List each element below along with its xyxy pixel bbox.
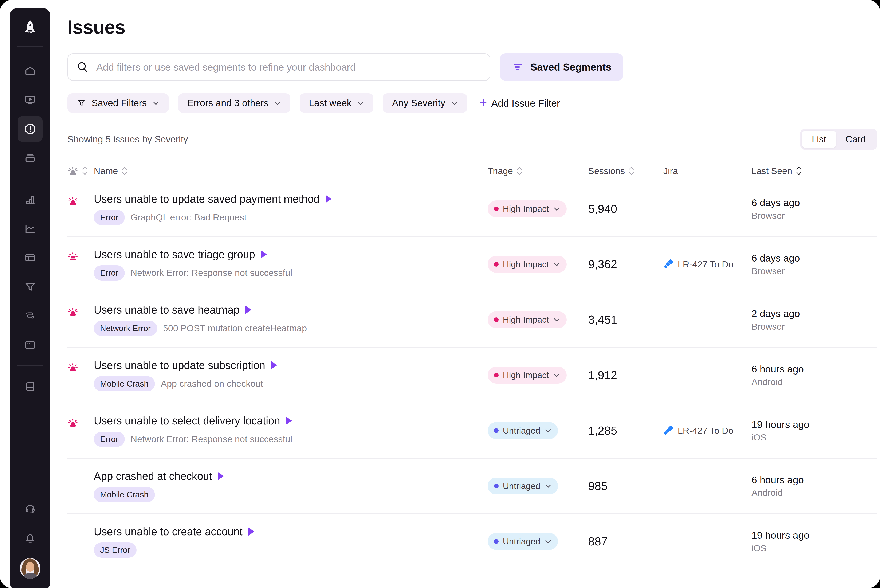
table-row[interactable]: App crashed at checkout Mobile Crash Unt… [67, 459, 877, 514]
issues-table-body: Users unable to update saved payment met… [67, 182, 877, 570]
table-row[interactable]: Users unable to save heatmap Network Err… [67, 292, 877, 348]
triage-cell: Untriaged [488, 478, 588, 494]
sidebar-item-trends[interactable] [18, 216, 43, 242]
issue-name[interactable]: Users unable to save triage group [94, 248, 255, 261]
issue-description: 500 POST mutation createHeatmap [163, 323, 307, 333]
sort-icon[interactable] [122, 166, 127, 176]
severity-cell [67, 528, 94, 539]
table-row[interactable]: Users unable to save triage group Error … [67, 237, 877, 292]
chevron-down-icon [553, 261, 560, 268]
sort-icon[interactable] [517, 166, 522, 176]
chevron-down-icon [544, 538, 552, 545]
play-session-icon[interactable] [245, 305, 252, 315]
sidebar-item-home[interactable] [18, 58, 43, 84]
severity-siren-icon [67, 166, 78, 177]
sidebar-item-support[interactable] [18, 496, 43, 522]
last-seen-time: 2 days ago [751, 308, 877, 319]
issue-name[interactable]: Users unable to create account [94, 525, 243, 538]
last-seen-cell: 19 hours ago iOS [751, 530, 877, 554]
table-row[interactable]: Users unable to update subscription Mobi… [67, 348, 877, 403]
play-session-icon[interactable] [260, 250, 268, 259]
play-session-icon[interactable] [247, 527, 255, 536]
search-input[interactable] [96, 62, 482, 73]
last-seen-time: 19 hours ago [751, 418, 877, 430]
chip-date-range[interactable]: Last week [300, 93, 373, 113]
segments-filter-icon [512, 61, 524, 73]
sort-icon-active[interactable] [796, 166, 802, 176]
search-bar[interactable] [67, 53, 490, 81]
column-header-severity[interactable] [67, 166, 94, 177]
sessions-count: 887 [588, 535, 663, 548]
high-severity-siren-icon [67, 417, 78, 429]
triage-dropdown[interactable]: High Impact [488, 367, 567, 384]
sidebar-item-funnels[interactable] [18, 274, 43, 300]
sidebar-item-browser[interactable] [18, 332, 43, 358]
triage-status-dot [494, 428, 499, 433]
issue-name[interactable]: App crashed at checkout [94, 470, 212, 482]
play-session-icon[interactable] [217, 471, 225, 481]
search-icon [76, 60, 89, 74]
last-seen-platform: Android [751, 377, 877, 387]
jira-ticket[interactable]: LR-427 To Do [663, 426, 751, 436]
severity-cell [67, 307, 94, 318]
chevron-down-icon [544, 427, 552, 434]
rocket-logo-icon [21, 19, 39, 37]
issue-name[interactable]: Users unable to update subscription [94, 359, 265, 372]
chip-error-types[interactable]: Errors and 3 others [178, 93, 290, 113]
play-session-icon[interactable] [325, 194, 332, 204]
issue-name[interactable]: Users unable to update saved payment met… [94, 193, 320, 205]
table-row[interactable]: Users unable to select delivery location… [67, 403, 877, 459]
triage-dropdown[interactable]: High Impact [488, 200, 567, 217]
sidebar-item-tables[interactable] [18, 245, 43, 271]
column-header-triage[interactable]: Triage [488, 166, 588, 176]
triage-dropdown[interactable]: High Impact [488, 256, 567, 273]
last-seen-cell: 6 days ago Browser [751, 252, 877, 276]
column-header-jira[interactable]: Jira [663, 166, 751, 176]
play-session-icon[interactable] [285, 416, 293, 425]
table-header: Name Triage Sessions Jira Last Seen [67, 161, 877, 182]
triage-dropdown[interactable]: Untriaged [488, 478, 558, 494]
chip-severity[interactable]: Any Severity [383, 93, 467, 113]
sidebar-item-user-journeys[interactable] [18, 303, 43, 329]
chevron-down-icon [451, 99, 458, 106]
line-chart-icon [24, 222, 36, 235]
sort-icon[interactable] [82, 166, 88, 176]
last-seen-platform: Browser [751, 266, 877, 276]
column-header-sessions[interactable]: Sessions [588, 166, 663, 176]
triage-cell: High Impact [488, 367, 588, 384]
high-severity-siren-icon [67, 307, 78, 318]
view-toggle-card[interactable]: Card [836, 130, 876, 148]
user-avatar[interactable] [20, 558, 40, 579]
play-session-icon[interactable] [270, 361, 278, 370]
triage-dropdown[interactable]: High Impact [488, 311, 567, 328]
column-header-last-seen[interactable]: Last Seen [751, 166, 877, 176]
sidebar-item-metrics[interactable] [18, 187, 43, 213]
triage-status-dot [494, 539, 499, 544]
sidebar-item-notifications[interactable] [18, 525, 43, 551]
triage-dropdown[interactable]: Untriaged [488, 533, 558, 550]
chip-saved-filters[interactable]: Saved Filters [67, 93, 169, 113]
sidebar-item-issues[interactable] [18, 116, 43, 142]
docs-book-icon [24, 380, 36, 393]
sort-icon[interactable] [629, 166, 634, 176]
sidebar-item-docs[interactable] [18, 374, 43, 399]
issue-name[interactable]: Users unable to select delivery location [94, 414, 280, 427]
home-icon [24, 65, 36, 77]
issue-name[interactable]: Users unable to save heatmap [94, 304, 240, 316]
table-row[interactable]: Users unable to create account JS Error … [67, 514, 877, 570]
table-row[interactable]: Users unable to update saved payment met… [67, 182, 877, 237]
issue-description: Network Error: Response not successful [130, 434, 292, 444]
notifications-bell-icon [24, 532, 36, 544]
jira-ticket[interactable]: LR-427 To Do [663, 259, 751, 270]
view-toggle-list[interactable]: List [802, 130, 836, 148]
saved-segments-button[interactable]: Saved Segments [500, 53, 623, 81]
add-issue-filter-button[interactable]: + Add Issue Filter [480, 97, 560, 109]
triage-dropdown[interactable]: Untriaged [488, 422, 558, 439]
sidebar-item-session-replay[interactable] [18, 87, 43, 113]
sidebar-item-collections[interactable] [18, 145, 43, 171]
chevron-down-icon [152, 99, 159, 106]
column-label: Name [94, 166, 118, 176]
chevron-down-icon [553, 372, 560, 379]
chevron-down-icon [357, 99, 364, 106]
column-header-name[interactable]: Name [94, 166, 488, 176]
